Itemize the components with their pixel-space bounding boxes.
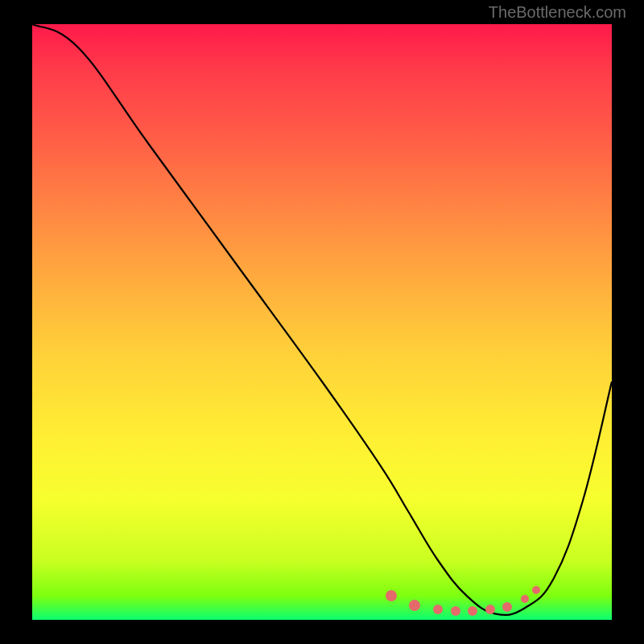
marker-dot <box>502 602 512 612</box>
marker-dot <box>433 605 443 614</box>
chart-plot-area <box>32 24 612 620</box>
chart-marker-dots <box>32 24 612 620</box>
marker-dot <box>451 606 460 616</box>
marker-dot <box>521 595 529 603</box>
marker-dot <box>386 590 397 601</box>
marker-dot <box>409 600 420 611</box>
marker-dot <box>532 586 540 594</box>
marker-dot <box>485 605 495 614</box>
marker-dot <box>468 606 477 616</box>
watermark-text: TheBottleneck.com <box>489 3 626 22</box>
